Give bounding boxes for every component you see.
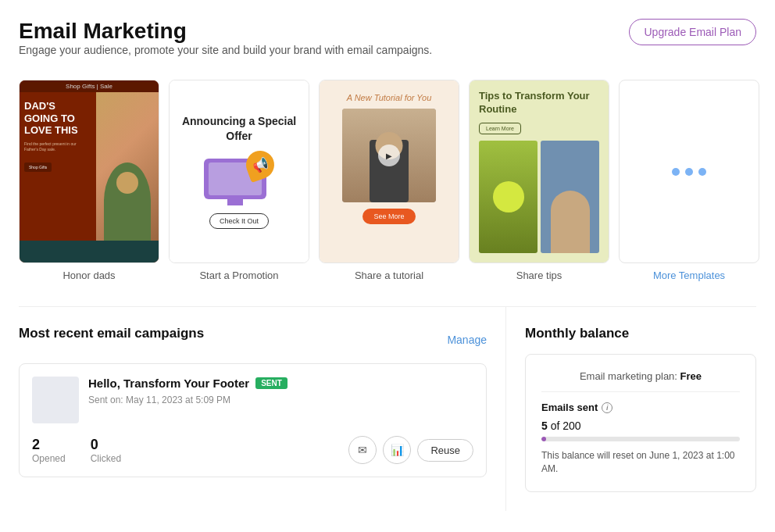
emails-progress-bar-fill	[541, 437, 546, 441]
template-preview-start-promotion[interactable]: Announcing a Special Offer 📢 Check It Ou…	[169, 80, 309, 263]
template1-cta: Shop Gifts	[24, 162, 52, 172]
page-subtitle: Engage your audience, promote your site …	[19, 44, 432, 56]
template1-heading: DAD'S GOING TO LOVE THIS	[24, 100, 91, 137]
template1-subtext: Find the perfect present in our Father's…	[24, 141, 91, 152]
campaign-status-badge: SENT	[255, 377, 288, 389]
chart-bar-icon: 📊	[391, 444, 404, 456]
template4-heading: Tips to Transform Your Routine	[479, 90, 599, 116]
more-templates-card: More Templates	[619, 80, 759, 281]
page-title: Email Marketing	[19, 19, 432, 44]
campaign-stats: 2 Opened 0 Clicked ✉ 📊 Reus	[32, 436, 473, 464]
stat-clicked-number: 0	[91, 437, 121, 453]
emails-sent-section: Emails sent i	[541, 402, 740, 413]
balance-card: Email marketing plan: Free Emails sent i…	[525, 354, 756, 492]
more-templates-dots	[672, 168, 706, 176]
emails-count-display: 5 of 200	[541, 420, 740, 432]
stat-opened-label: Opened	[32, 453, 66, 464]
balance-reset-note: This balance will reset on June 1, 2023 …	[541, 449, 740, 476]
plan-label: Email marketing plan:	[580, 370, 677, 382]
template3-title: A New Tutorial for You	[347, 93, 432, 102]
template-visual-share-tips: Tips to Transform Your Routine Learn Mor…	[470, 80, 609, 262]
templates-row: Shop Gifts | Sale DAD'S GOING TO LOVE TH…	[19, 80, 756, 281]
template3-photo: ▶	[342, 109, 436, 202]
template-visual-honor-dads: Shop Gifts | Sale DAD'S GOING TO LOVE TH…	[20, 80, 159, 262]
plan-row: Email marketing plan: Free	[541, 370, 740, 392]
campaign-card: Hello, Transform Your Footer SENT Sent o…	[19, 363, 487, 477]
template-visual-share-tutorial: A New Tutorial for You ▶ See More	[320, 80, 459, 262]
stat-clicked: 0 Clicked	[91, 437, 121, 464]
template1-right	[96, 92, 159, 241]
template-preview-share-tutorial[interactable]: A New Tutorial for You ▶ See More	[319, 80, 459, 263]
template-preview-honor-dads[interactable]: Shop Gifts | Sale DAD'S GOING TO LOVE TH…	[19, 80, 159, 263]
template1-body: DAD'S GOING TO LOVE THIS Find the perfec…	[20, 92, 159, 241]
emails-sent-label-text: Emails sent	[541, 402, 598, 413]
template2-image: 📢	[204, 151, 274, 205]
template-card-share-tutorial: A New Tutorial for You ▶ See More Share …	[319, 80, 459, 281]
campaign-title: Hello, Transform Your Footer	[88, 377, 249, 390]
template1-footer	[20, 241, 159, 262]
emails-sent-info-icon[interactable]: i	[602, 402, 612, 413]
campaign-top: Hello, Transform Your Footer SENT Sent o…	[32, 377, 473, 423]
template4-photo1	[479, 141, 538, 253]
stats-action-button[interactable]: 📊	[383, 436, 411, 464]
emails-sent-current: 5	[541, 420, 548, 432]
reuse-button[interactable]: Reuse	[417, 439, 473, 462]
envelope-icon: ✉	[358, 444, 367, 456]
template4-photos	[479, 141, 599, 253]
template-label-share-tutorial: Share a tutorial	[355, 270, 423, 281]
template2-monitor-base	[227, 199, 243, 205]
template-label-start-promotion: Start a Promotion	[199, 270, 278, 281]
stat-opened-number: 2	[32, 437, 66, 453]
template-card-start-promotion: Announcing a Special Offer 📢 Check It Ou…	[169, 80, 309, 281]
email-action-button[interactable]: ✉	[348, 436, 377, 464]
dot-3	[698, 168, 706, 176]
stat-opened: 2 Opened	[32, 437, 66, 464]
monthly-balance-panel: Monthly balance Email marketing plan: Fr…	[506, 307, 756, 511]
campaign-title-row: Hello, Transform Your Footer SENT	[88, 377, 473, 390]
upgrade-email-plan-button[interactable]: Upgrade Email Plan	[629, 19, 756, 45]
template4-woman-image	[551, 191, 590, 253]
campaigns-section-header: Most recent email campaigns Manage	[19, 326, 487, 354]
page-container: Email Marketing Engage your audience, pr…	[0, 0, 775, 532]
campaigns-panel: Most recent email campaigns Manage Hello…	[19, 307, 506, 511]
template2-cta: Check It Out	[209, 213, 269, 229]
balance-section-title: Monthly balance	[525, 326, 756, 341]
dot-1	[672, 168, 680, 176]
template4-photo2	[541, 141, 599, 253]
emails-progress-bar-bg	[541, 437, 740, 441]
more-templates-box[interactable]	[619, 80, 759, 263]
template3-play-icon: ▶	[378, 145, 400, 166]
plan-value: Free	[680, 370, 702, 382]
template-preview-share-tips[interactable]: Tips to Transform Your Routine Learn Mor…	[469, 80, 609, 263]
campaigns-section-title: Most recent email campaigns	[19, 326, 204, 341]
campaign-thumbnail	[32, 377, 79, 423]
template-visual-start-promotion: Announcing a Special Offer 📢 Check It Ou…	[170, 80, 309, 262]
template2-heading: Announcing a Special Offer	[177, 114, 301, 142]
template1-left: DAD'S GOING TO LOVE THIS Find the perfec…	[20, 92, 96, 241]
template1-person-image	[96, 92, 159, 241]
template-card-share-tips: Tips to Transform Your Routine Learn Mor…	[469, 80, 609, 281]
more-templates-label[interactable]: More Templates	[653, 270, 725, 281]
stat-clicked-label: Clicked	[91, 453, 121, 464]
template-card-honor-dads: Shop Gifts | Sale DAD'S GOING TO LOVE TH…	[19, 80, 159, 281]
dot-2	[685, 168, 693, 176]
template4-cta: Learn More	[479, 123, 521, 134]
page-header: Email Marketing Engage your audience, pr…	[19, 19, 756, 73]
template-label-share-tips: Share tips	[516, 270, 562, 281]
template3-cta: See More	[362, 209, 415, 224]
campaign-actions: ✉ 📊 Reuse	[348, 436, 473, 464]
template1-top-bar: Shop Gifts | Sale	[20, 80, 159, 92]
header-left: Email Marketing Engage your audience, pr…	[19, 19, 432, 73]
template4-lemon	[493, 181, 524, 212]
emails-sent-total: 200	[562, 420, 580, 432]
manage-link[interactable]: Manage	[447, 334, 487, 346]
bottom-section: Most recent email campaigns Manage Hello…	[19, 306, 756, 511]
campaign-date: Sent on: May 11, 2023 at 5:09 PM	[88, 395, 230, 405]
campaign-info: Hello, Transform Your Footer SENT Sent o…	[88, 377, 473, 405]
template-label-honor-dads: Honor dads	[62, 270, 115, 281]
emails-of-text: of	[551, 420, 563, 432]
